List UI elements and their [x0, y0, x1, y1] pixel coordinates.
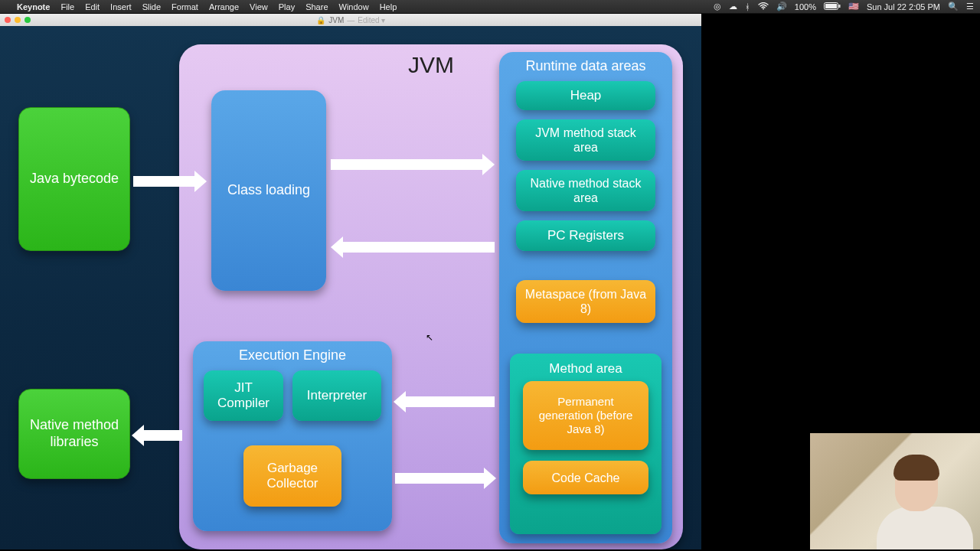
arrow-runtime-to-execengine — [404, 396, 495, 407]
arrow-runtime-to-classloading — [341, 242, 495, 253]
label-metaspace: Metaspace (from Java 8) — [524, 287, 648, 316]
keynote-window: 🔒 JVM — Edited ▾ Java bytecode Native me… — [0, 14, 701, 549]
method-area-title: Method area — [518, 358, 654, 381]
label-pc: PC Registers — [547, 228, 624, 243]
label-class-loading: Class loading — [227, 182, 310, 199]
presenter-silhouette — [877, 450, 969, 549]
macos-menubar: Keynote File Edit Insert Slide Format Ar… — [0, 0, 980, 14]
node-native-stack[interactable]: Native method stack area — [516, 170, 655, 211]
menu-file[interactable]: File — [60, 2, 74, 11]
menubar-app-name[interactable]: Keynote — [17, 2, 50, 11]
arrow-bytecode-to-jvm — [133, 176, 196, 187]
node-pc-registers[interactable]: PC Registers — [516, 220, 655, 251]
label-jvm-stack: JVM method stack area — [524, 126, 648, 155]
label-native-stack: Native method stack area — [524, 176, 648, 205]
node-code-cache[interactable]: Code Cache — [523, 461, 648, 494]
zoom-icon[interactable] — [24, 17, 31, 23]
node-java-bytecode[interactable]: Java bytecode — [18, 107, 130, 251]
menubar-status: ◎ ☁︎ ᚼ 🔊 100% 🇺🇸 Sun Jul 22 2:05 PM 🔍 ☰ — [714, 2, 974, 11]
mouse-cursor-icon: ↖ — [426, 332, 433, 343]
node-interpreter[interactable]: Interpreter — [292, 370, 381, 421]
menu-format[interactable]: Format — [172, 2, 198, 11]
minimize-icon[interactable] — [15, 17, 21, 23]
webcam-overlay — [810, 433, 980, 549]
node-native-libs[interactable]: Native method libraries — [18, 389, 130, 479]
node-jit-compiler[interactable]: JIT Compiler — [204, 370, 283, 421]
node-garbage-collector[interactable]: Garbage Collector — [243, 445, 341, 507]
node-heap[interactable]: Heap — [516, 81, 655, 110]
label-jit: JIT Compiler — [211, 380, 276, 412]
battery-icon — [824, 2, 841, 11]
menu-hamburger-icon[interactable]: ☰ — [966, 2, 974, 11]
arrow-execengine-to-runtime — [395, 473, 485, 484]
lock-icon: 🔒 — [316, 16, 325, 24]
container-execution-engine[interactable]: Execution Engine JIT Compiler Interprete… — [193, 341, 392, 531]
traffic-lights[interactable] — [5, 17, 31, 23]
label-heap: Heap — [570, 88, 602, 103]
container-runtime-data[interactable]: Runtime data areas Heap JVM method stack… — [499, 52, 672, 543]
menu-play[interactable]: Play — [279, 2, 295, 11]
menu-edit[interactable]: Edit — [85, 2, 100, 11]
container-jvm[interactable]: JVM Class loading Execution Engine JIT C… — [179, 44, 683, 549]
svg-point-0 — [763, 8, 764, 9]
node-class-loading[interactable]: Class loading — [211, 90, 326, 291]
arrow-classloading-to-runtime — [331, 159, 484, 170]
runtime-title: Runtime data areas — [499, 52, 672, 74]
bluetooth-icon: ᚼ — [745, 2, 750, 11]
menu-arrange[interactable]: Arrange — [209, 2, 239, 11]
flag-icon: 🇺🇸 — [848, 2, 859, 11]
battery-percent: 100% — [795, 2, 816, 11]
window-title-state: Edited — [358, 16, 379, 24]
label-permgen: Permanent generation (before Java 8) — [531, 395, 641, 436]
circle-icon: ◎ — [714, 2, 721, 11]
window-title-doc[interactable]: JVM — [328, 16, 344, 24]
node-metaspace[interactable]: Metaspace (from Java 8) — [516, 280, 655, 323]
menu-help[interactable]: Help — [380, 2, 397, 11]
execution-engine-title: Execution Engine — [193, 341, 392, 364]
search-icon[interactable]: 🔍 — [948, 2, 959, 11]
clock: Sun Jul 22 2:05 PM — [867, 2, 940, 11]
menu-slide[interactable]: Slide — [142, 2, 161, 11]
menu-view[interactable]: View — [250, 2, 268, 11]
arrow-jvm-to-native-libs — [142, 430, 182, 441]
svg-rect-2 — [838, 5, 840, 8]
container-method-area[interactable]: Method area Permanent generation (before… — [510, 354, 662, 534]
volume-icon: 🔊 — [776, 2, 787, 11]
node-permgen[interactable]: Permanent generation (before Java 8) — [523, 381, 648, 450]
label-interpreter: Interpreter — [307, 388, 367, 403]
node-jvm-stack[interactable]: JVM method stack area — [516, 119, 655, 161]
menu-share[interactable]: Share — [305, 2, 328, 11]
label-native-libs: Native method libraries — [27, 417, 122, 450]
menu-window[interactable]: Window — [339, 2, 369, 11]
close-icon[interactable] — [5, 17, 11, 23]
label-java-bytecode: Java bytecode — [30, 171, 119, 187]
menu-insert[interactable]: Insert — [110, 2, 132, 11]
label-gc: Garbage Collector — [251, 461, 334, 492]
window-titlebar: 🔒 JVM — Edited ▾ — [0, 14, 701, 26]
svg-rect-3 — [825, 4, 837, 8]
label-code-cache: Code Cache — [552, 471, 620, 485]
wifi-icon — [758, 2, 769, 11]
slide-canvas[interactable]: Java bytecode Native method libraries JV… — [0, 26, 701, 549]
cloud-icon: ☁︎ — [729, 2, 737, 11]
